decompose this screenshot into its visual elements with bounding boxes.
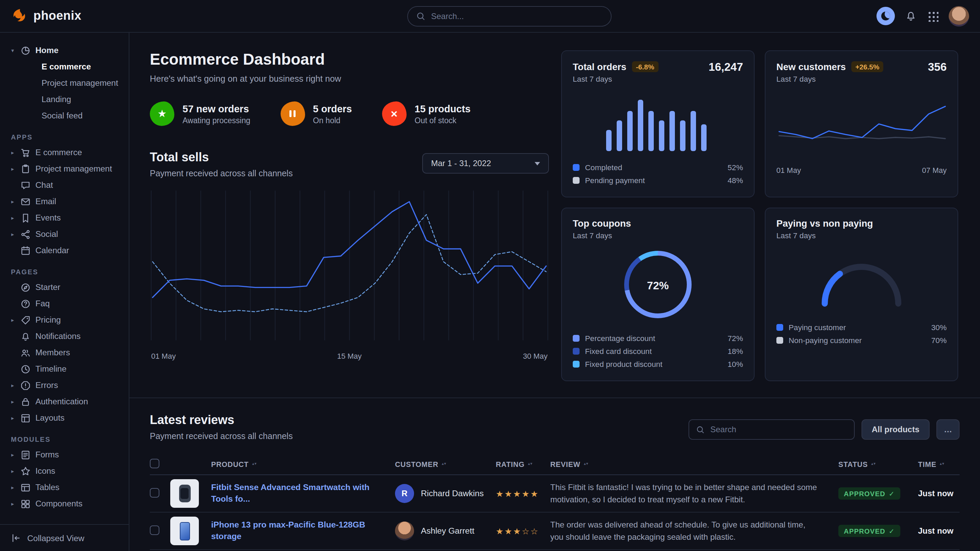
sort-icon[interactable]: ▴▾ — [442, 462, 446, 465]
cross-badge-icon: × — [382, 102, 407, 126]
stat-new-orders: ★ 57 new orders Awating processing — [150, 102, 250, 126]
column-header-customer[interactable]: CUSTOMER▴▾ — [395, 460, 496, 468]
user-avatar[interactable] — [949, 6, 969, 26]
more-options-button[interactable]: … — [936, 419, 959, 440]
date-range-select[interactable]: Mar 1 - 31, 2022 — [422, 153, 549, 173]
product-link[interactable]: iPhone 13 pro max-Pacific Blue-128GB sto… — [211, 520, 395, 542]
sidebar-item-starter[interactable]: Starter — [0, 279, 129, 295]
sidebar-item-chat[interactable]: Chat — [0, 177, 129, 193]
reviews-search-input[interactable] — [710, 425, 847, 434]
theme-toggle-button[interactable] — [877, 7, 895, 25]
sidebar-item-calendar[interactable]: Calendar — [0, 242, 129, 259]
table-row: Fitbit Sense Advanced Smartwatch with To… — [150, 475, 959, 513]
sidebar-item-landing[interactable]: Landing — [0, 91, 129, 108]
total-orders-card: Total orders -6.8% Last 7 days 16,247 Co… — [561, 50, 754, 197]
legend-color — [776, 324, 783, 330]
new-customers-card: New customers +26.5% Last 7 days 356 01 … — [765, 50, 958, 197]
x-label-start: 01 May — [776, 166, 801, 174]
caret-right-icon: ▸ — [10, 198, 16, 205]
caret-right-icon: ▸ — [10, 215, 16, 221]
sidebar-item-notifications[interactable]: Notifications — [0, 328, 129, 345]
caret-right-icon: ▸ — [10, 399, 16, 405]
sidebar-item-errors[interactable]: ▸ Errors — [0, 377, 129, 394]
legend-item: Non-paying customer 70% — [776, 333, 947, 346]
product-image[interactable] — [170, 479, 199, 508]
paying-vs-nonpaying-card: Paying vs non paying Last 7 days Paying … — [765, 208, 958, 381]
new-customers-value: 356 — [928, 60, 947, 73]
sidebar-item-members[interactable]: Members — [0, 345, 129, 361]
components-grid-icon — [21, 499, 31, 509]
legend-item: Percentage discount 72% — [573, 332, 743, 345]
review-text: The order was delivered ahead of schedul… — [550, 519, 838, 543]
column-header-review[interactable]: REVIEW▴▾ — [550, 460, 838, 468]
collapse-label: Collapsed View — [27, 533, 84, 543]
x-label-mid: 15 May — [337, 352, 362, 360]
sidebar-item-faq[interactable]: Faq — [0, 295, 129, 312]
sort-icon[interactable]: ▴▾ — [871, 462, 876, 465]
alert-octagon-icon — [21, 380, 31, 391]
sort-icon[interactable]: ▴▾ — [252, 462, 257, 465]
sort-icon[interactable]: ▴▾ — [584, 462, 589, 465]
pie-chart-icon — [21, 45, 31, 56]
select-all-checkbox[interactable] — [150, 459, 159, 468]
sidebar-item-ecommerce-app[interactable]: ▸ E commerce — [0, 144, 129, 160]
sidebar-item-icons[interactable]: ▸ Icons — [0, 463, 129, 479]
top-coupons-donut-chart: 72% — [620, 246, 696, 325]
sidebar-item-events[interactable]: ▸ Events — [0, 210, 129, 226]
column-header-status[interactable]: STATUS▴▾ — [838, 460, 918, 468]
sort-icon[interactable]: ▴▾ — [940, 462, 945, 465]
sidebar-item-project-management-app[interactable]: ▸ Project management — [0, 160, 129, 177]
column-header-product[interactable]: PRODUCT▴▾ — [211, 460, 395, 468]
product-link[interactable]: Fitbit Sense Advanced Smartwatch with To… — [211, 482, 395, 505]
x-label-end: 07 May — [922, 166, 947, 174]
form-icon — [21, 449, 31, 460]
chevron-down-icon — [535, 162, 540, 165]
users-icon — [21, 348, 31, 358]
apps-menu-button[interactable] — [927, 10, 939, 22]
table-row: iPhone 13 pro max-Pacific Blue-128GB sto… — [150, 513, 959, 550]
legend-color — [776, 337, 783, 343]
kpi-cards: Total orders -6.8% Last 7 days 16,247 Co… — [561, 50, 958, 381]
reviews-subtitle: Payment received across all channels — [150, 432, 293, 441]
sidebar-item-layouts[interactable]: ▸ Layouts — [0, 410, 129, 426]
brand-logo[interactable]: phoenix — [11, 8, 81, 24]
caret-right-icon: ▸ — [10, 415, 16, 421]
search-input[interactable] — [431, 11, 603, 21]
total-sells-subtitle: Payment received across all channels — [150, 169, 293, 178]
sidebar-item-project-management-dashboard[interactable]: Project management — [0, 75, 129, 91]
bell-icon — [905, 10, 917, 22]
sidebar-item-social-feed[interactable]: Social feed — [0, 108, 129, 124]
sidebar-item-forms[interactable]: ▸ Forms — [0, 446, 129, 463]
sidebar-item-email[interactable]: ▸ Email — [0, 193, 129, 210]
all-products-button[interactable]: All products — [862, 419, 930, 440]
reviews-search[interactable] — [689, 419, 855, 440]
sidebar: ▾ Home E commerce Project management Lan… — [0, 33, 129, 551]
caret-right-icon: ▸ — [10, 452, 16, 458]
sidebar-item-tables[interactable]: ▸ Tables — [0, 479, 129, 495]
product-image[interactable] — [170, 517, 199, 545]
sidebar-item-authentication[interactable]: ▸ Authentication — [0, 394, 129, 410]
row-checkbox[interactable] — [150, 488, 159, 497]
status-badge: APPROVED✓ — [838, 525, 900, 537]
search-icon — [696, 425, 705, 434]
notifications-button[interactable] — [905, 10, 917, 22]
row-checkbox[interactable] — [150, 525, 159, 535]
top-navbar: phoenix — [0, 0, 980, 33]
column-header-time[interactable]: TIME▴▾ — [918, 460, 959, 468]
column-header-rating[interactable]: RATING▴▾ — [496, 460, 550, 468]
sort-icon[interactable]: ▴▾ — [528, 462, 533, 465]
x-label-end: 30 May — [523, 352, 547, 360]
sidebar-item-components[interactable]: ▸ Components — [0, 495, 129, 512]
section-label-modules: MODULES — [11, 436, 129, 443]
trend-badge: -6.8% — [632, 61, 658, 72]
caret-down-icon: ▾ — [10, 47, 16, 54]
collapse-sidebar-button[interactable]: Collapsed View — [0, 524, 129, 551]
sidebar-item-timeline[interactable]: Timeline — [0, 361, 129, 377]
sidebar-item-ecommerce-dashboard[interactable]: E commerce — [0, 59, 129, 75]
global-search[interactable] — [407, 6, 612, 26]
sidebar-item-pricing[interactable]: ▸ Pricing — [0, 312, 129, 328]
card-title: Total orders — [573, 62, 626, 72]
sidebar-item-home[interactable]: ▾ Home — [0, 42, 129, 59]
stat-out-of-stock: × 15 products Out of stock — [382, 102, 471, 126]
sidebar-item-social[interactable]: ▸ Social — [0, 226, 129, 242]
